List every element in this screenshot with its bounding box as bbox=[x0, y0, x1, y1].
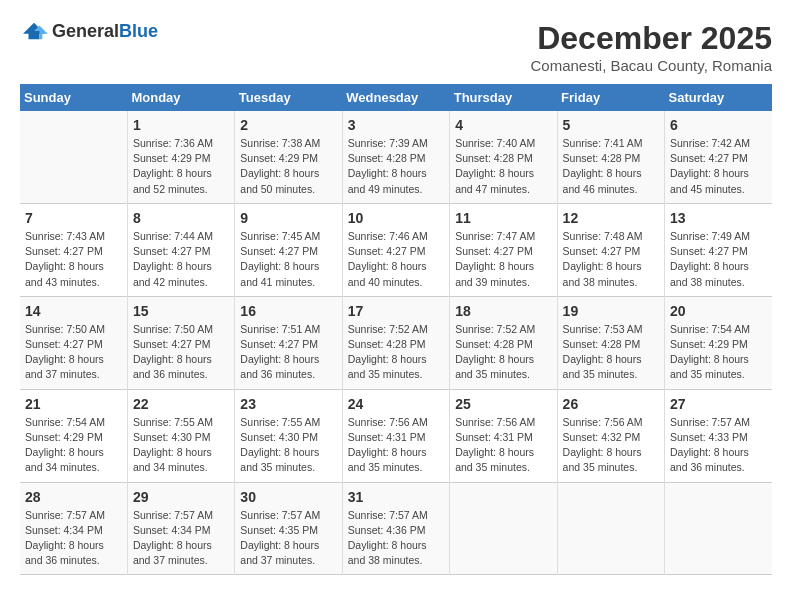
days-header-row: SundayMondayTuesdayWednesdayThursdayFrid… bbox=[20, 84, 772, 111]
day-header-sunday: Sunday bbox=[20, 84, 127, 111]
week-row-5: 28Sunrise: 7:57 AM Sunset: 4:34 PM Dayli… bbox=[20, 482, 772, 575]
day-info: Sunrise: 7:57 AM Sunset: 4:35 PM Dayligh… bbox=[240, 508, 336, 569]
week-row-2: 7Sunrise: 7:43 AM Sunset: 4:27 PM Daylig… bbox=[20, 203, 772, 296]
main-title: December 2025 bbox=[530, 20, 772, 57]
calendar-cell: 28Sunrise: 7:57 AM Sunset: 4:34 PM Dayli… bbox=[20, 482, 127, 575]
day-info: Sunrise: 7:52 AM Sunset: 4:28 PM Dayligh… bbox=[455, 322, 551, 383]
day-info: Sunrise: 7:54 AM Sunset: 4:29 PM Dayligh… bbox=[670, 322, 767, 383]
calendar-cell: 13Sunrise: 7:49 AM Sunset: 4:27 PM Dayli… bbox=[665, 203, 772, 296]
day-info: Sunrise: 7:55 AM Sunset: 4:30 PM Dayligh… bbox=[240, 415, 336, 476]
day-number: 20 bbox=[670, 303, 767, 319]
calendar-cell: 19Sunrise: 7:53 AM Sunset: 4:28 PM Dayli… bbox=[557, 296, 664, 389]
calendar-cell bbox=[20, 111, 127, 203]
day-number: 23 bbox=[240, 396, 336, 412]
calendar-cell: 1Sunrise: 7:36 AM Sunset: 4:29 PM Daylig… bbox=[127, 111, 234, 203]
day-info: Sunrise: 7:36 AM Sunset: 4:29 PM Dayligh… bbox=[133, 136, 229, 197]
day-info: Sunrise: 7:38 AM Sunset: 4:29 PM Dayligh… bbox=[240, 136, 336, 197]
day-info: Sunrise: 7:45 AM Sunset: 4:27 PM Dayligh… bbox=[240, 229, 336, 290]
day-number: 6 bbox=[670, 117, 767, 133]
calendar-cell: 5Sunrise: 7:41 AM Sunset: 4:28 PM Daylig… bbox=[557, 111, 664, 203]
calendar-cell: 29Sunrise: 7:57 AM Sunset: 4:34 PM Dayli… bbox=[127, 482, 234, 575]
calendar-cell bbox=[665, 482, 772, 575]
day-info: Sunrise: 7:47 AM Sunset: 4:27 PM Dayligh… bbox=[455, 229, 551, 290]
calendar-cell: 20Sunrise: 7:54 AM Sunset: 4:29 PM Dayli… bbox=[665, 296, 772, 389]
day-number: 9 bbox=[240, 210, 336, 226]
day-header-tuesday: Tuesday bbox=[235, 84, 342, 111]
day-number: 3 bbox=[348, 117, 444, 133]
day-number: 10 bbox=[348, 210, 444, 226]
calendar-cell: 31Sunrise: 7:57 AM Sunset: 4:36 PM Dayli… bbox=[342, 482, 449, 575]
day-info: Sunrise: 7:57 AM Sunset: 4:36 PM Dayligh… bbox=[348, 508, 444, 569]
day-number: 22 bbox=[133, 396, 229, 412]
day-number: 25 bbox=[455, 396, 551, 412]
day-info: Sunrise: 7:41 AM Sunset: 4:28 PM Dayligh… bbox=[563, 136, 659, 197]
calendar-cell: 30Sunrise: 7:57 AM Sunset: 4:35 PM Dayli… bbox=[235, 482, 342, 575]
day-number: 19 bbox=[563, 303, 659, 319]
calendar-cell: 14Sunrise: 7:50 AM Sunset: 4:27 PM Dayli… bbox=[20, 296, 127, 389]
day-number: 30 bbox=[240, 489, 336, 505]
calendar-cell: 11Sunrise: 7:47 AM Sunset: 4:27 PM Dayli… bbox=[450, 203, 557, 296]
day-number: 11 bbox=[455, 210, 551, 226]
day-info: Sunrise: 7:56 AM Sunset: 4:31 PM Dayligh… bbox=[348, 415, 444, 476]
calendar-cell: 25Sunrise: 7:56 AM Sunset: 4:31 PM Dayli… bbox=[450, 389, 557, 482]
day-number: 7 bbox=[25, 210, 122, 226]
header: GeneralBlue December 2025 Comanesti, Bac… bbox=[20, 20, 772, 74]
day-number: 16 bbox=[240, 303, 336, 319]
calendar-cell: 18Sunrise: 7:52 AM Sunset: 4:28 PM Dayli… bbox=[450, 296, 557, 389]
calendar-cell: 16Sunrise: 7:51 AM Sunset: 4:27 PM Dayli… bbox=[235, 296, 342, 389]
day-info: Sunrise: 7:49 AM Sunset: 4:27 PM Dayligh… bbox=[670, 229, 767, 290]
day-info: Sunrise: 7:48 AM Sunset: 4:27 PM Dayligh… bbox=[563, 229, 659, 290]
day-number: 26 bbox=[563, 396, 659, 412]
logo: GeneralBlue bbox=[20, 20, 158, 42]
calendar-cell: 21Sunrise: 7:54 AM Sunset: 4:29 PM Dayli… bbox=[20, 389, 127, 482]
calendar-cell: 10Sunrise: 7:46 AM Sunset: 4:27 PM Dayli… bbox=[342, 203, 449, 296]
day-info: Sunrise: 7:56 AM Sunset: 4:31 PM Dayligh… bbox=[455, 415, 551, 476]
day-number: 8 bbox=[133, 210, 229, 226]
calendar-cell: 27Sunrise: 7:57 AM Sunset: 4:33 PM Dayli… bbox=[665, 389, 772, 482]
calendar-cell: 9Sunrise: 7:45 AM Sunset: 4:27 PM Daylig… bbox=[235, 203, 342, 296]
day-number: 13 bbox=[670, 210, 767, 226]
day-header-monday: Monday bbox=[127, 84, 234, 111]
calendar-cell: 8Sunrise: 7:44 AM Sunset: 4:27 PM Daylig… bbox=[127, 203, 234, 296]
subtitle: Comanesti, Bacau County, Romania bbox=[530, 57, 772, 74]
calendar-cell: 26Sunrise: 7:56 AM Sunset: 4:32 PM Dayli… bbox=[557, 389, 664, 482]
calendar-cell: 6Sunrise: 7:42 AM Sunset: 4:27 PM Daylig… bbox=[665, 111, 772, 203]
week-row-3: 14Sunrise: 7:50 AM Sunset: 4:27 PM Dayli… bbox=[20, 296, 772, 389]
day-info: Sunrise: 7:54 AM Sunset: 4:29 PM Dayligh… bbox=[25, 415, 122, 476]
day-number: 14 bbox=[25, 303, 122, 319]
day-info: Sunrise: 7:50 AM Sunset: 4:27 PM Dayligh… bbox=[25, 322, 122, 383]
day-info: Sunrise: 7:40 AM Sunset: 4:28 PM Dayligh… bbox=[455, 136, 551, 197]
day-info: Sunrise: 7:44 AM Sunset: 4:27 PM Dayligh… bbox=[133, 229, 229, 290]
day-number: 21 bbox=[25, 396, 122, 412]
day-info: Sunrise: 7:52 AM Sunset: 4:28 PM Dayligh… bbox=[348, 322, 444, 383]
week-row-4: 21Sunrise: 7:54 AM Sunset: 4:29 PM Dayli… bbox=[20, 389, 772, 482]
day-number: 15 bbox=[133, 303, 229, 319]
day-number: 12 bbox=[563, 210, 659, 226]
day-number: 24 bbox=[348, 396, 444, 412]
logo-blue: Blue bbox=[119, 21, 158, 41]
day-info: Sunrise: 7:42 AM Sunset: 4:27 PM Dayligh… bbox=[670, 136, 767, 197]
day-info: Sunrise: 7:57 AM Sunset: 4:34 PM Dayligh… bbox=[133, 508, 229, 569]
day-info: Sunrise: 7:46 AM Sunset: 4:27 PM Dayligh… bbox=[348, 229, 444, 290]
calendar-cell bbox=[450, 482, 557, 575]
day-info: Sunrise: 7:53 AM Sunset: 4:28 PM Dayligh… bbox=[563, 322, 659, 383]
day-number: 18 bbox=[455, 303, 551, 319]
calendar-cell: 3Sunrise: 7:39 AM Sunset: 4:28 PM Daylig… bbox=[342, 111, 449, 203]
title-area: December 2025 Comanesti, Bacau County, R… bbox=[530, 20, 772, 74]
day-info: Sunrise: 7:57 AM Sunset: 4:33 PM Dayligh… bbox=[670, 415, 767, 476]
calendar-cell bbox=[557, 482, 664, 575]
day-number: 1 bbox=[133, 117, 229, 133]
day-info: Sunrise: 7:39 AM Sunset: 4:28 PM Dayligh… bbox=[348, 136, 444, 197]
day-number: 4 bbox=[455, 117, 551, 133]
day-number: 27 bbox=[670, 396, 767, 412]
calendar-cell: 2Sunrise: 7:38 AM Sunset: 4:29 PM Daylig… bbox=[235, 111, 342, 203]
calendar-cell: 17Sunrise: 7:52 AM Sunset: 4:28 PM Dayli… bbox=[342, 296, 449, 389]
logo-general: General bbox=[52, 21, 119, 41]
calendar-cell: 12Sunrise: 7:48 AM Sunset: 4:27 PM Dayli… bbox=[557, 203, 664, 296]
calendar-cell: 4Sunrise: 7:40 AM Sunset: 4:28 PM Daylig… bbox=[450, 111, 557, 203]
day-info: Sunrise: 7:43 AM Sunset: 4:27 PM Dayligh… bbox=[25, 229, 122, 290]
day-info: Sunrise: 7:50 AM Sunset: 4:27 PM Dayligh… bbox=[133, 322, 229, 383]
calendar-cell: 7Sunrise: 7:43 AM Sunset: 4:27 PM Daylig… bbox=[20, 203, 127, 296]
calendar-table: SundayMondayTuesdayWednesdayThursdayFrid… bbox=[20, 84, 772, 575]
day-number: 17 bbox=[348, 303, 444, 319]
